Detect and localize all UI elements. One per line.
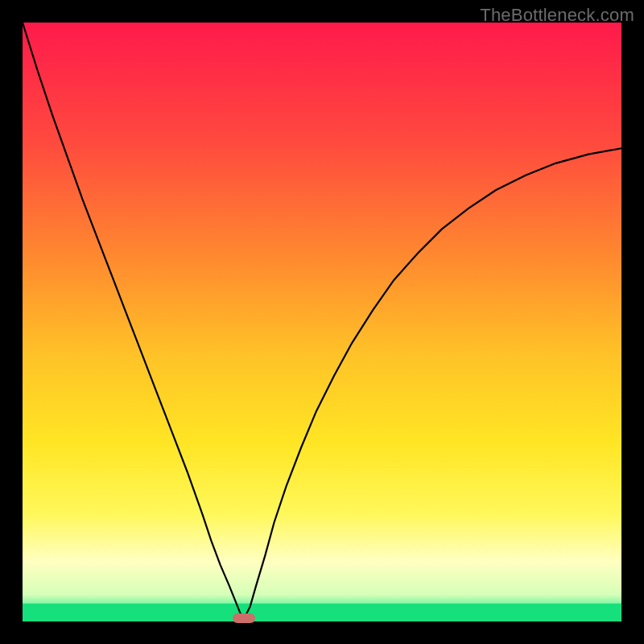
chart-frame	[23, 23, 621, 621]
bottleneck-chart	[23, 23, 621, 621]
green-band	[23, 604, 621, 621]
gradient-background	[23, 23, 621, 621]
optimum-marker	[233, 613, 255, 623]
